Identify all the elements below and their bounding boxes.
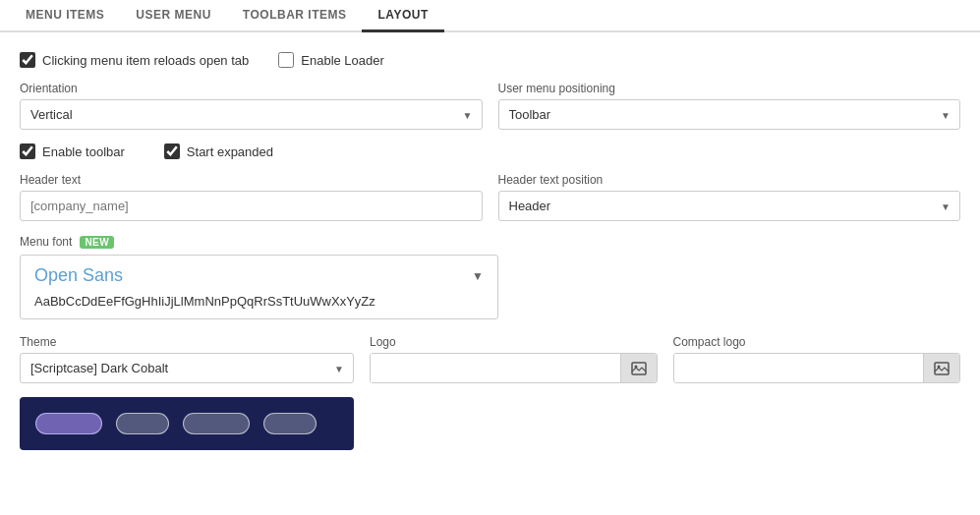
- checkbox-item-toolbar[interactable]: Enable toolbar: [20, 143, 125, 159]
- theme-pill-2: [116, 413, 169, 434]
- header-text-position-group: Header text position Header Toolbar Side…: [498, 173, 961, 221]
- logo-input-wrapper: [370, 353, 658, 383]
- checkbox-item-reloads[interactable]: Clicking menu item reloads open tab: [20, 52, 249, 68]
- user-menu-positioning-select-wrapper[interactable]: Toolbar Sidebar Header ▼: [498, 99, 961, 130]
- row-orientation-usermenu: Orientation Vertical Horizontal ▼ User m…: [20, 82, 960, 130]
- font-selector-top: Open Sans ▼: [34, 265, 484, 286]
- compact-logo-input[interactable]: [674, 354, 924, 382]
- theme-select-wrapper[interactable]: [Scriptcase] Dark Cobalt [Scriptcase] Li…: [20, 353, 354, 383]
- orientation-select-wrapper[interactable]: Vertical Horizontal ▼: [20, 99, 483, 130]
- checkbox-reloads-label: Clicking menu item reloads open tab: [42, 53, 249, 68]
- checkbox-expanded[interactable]: [164, 143, 180, 159]
- compact-image-icon: [934, 362, 950, 375]
- tab-menu-items[interactable]: MENU ITEMS: [10, 0, 120, 32]
- logo-label: Logo: [370, 335, 658, 349]
- menu-font-label-row: Menu font NEW: [20, 235, 960, 249]
- header-text-position-select[interactable]: Header Toolbar Sidebar: [498, 191, 961, 221]
- checkbox-expanded-label: Start expanded: [187, 144, 273, 159]
- checkbox-item-loader[interactable]: Enable Loader: [278, 52, 384, 68]
- orientation-select[interactable]: Vertical Horizontal: [20, 99, 483, 130]
- user-menu-positioning-label: User menu positioning: [498, 82, 961, 95]
- checkbox-loader[interactable]: [278, 52, 294, 68]
- header-text-label: Header text: [20, 173, 483, 187]
- tab-layout[interactable]: LAYOUT: [362, 0, 443, 32]
- user-menu-positioning-group: User menu positioning Toolbar Sidebar He…: [498, 82, 961, 130]
- checkbox-toolbar-label: Enable toolbar: [42, 144, 125, 159]
- tab-toolbar-items[interactable]: TOOLBAR ITEMS: [227, 0, 363, 32]
- orientation-group: Orientation Vertical Horizontal ▼: [20, 82, 483, 130]
- theme-select[interactable]: [Scriptcase] Dark Cobalt [Scriptcase] Li…: [20, 353, 354, 383]
- logo-input[interactable]: [371, 354, 620, 382]
- user-menu-positioning-select[interactable]: Toolbar Sidebar Header: [498, 99, 961, 130]
- font-name: Open Sans: [34, 265, 123, 286]
- logo-upload-button[interactable]: [620, 354, 657, 382]
- row-theme-logo: Theme [Scriptcase] Dark Cobalt [Scriptca…: [20, 335, 960, 383]
- svg-rect-0: [632, 363, 646, 374]
- header-text-input[interactable]: [20, 191, 483, 221]
- new-badge: NEW: [80, 236, 114, 249]
- checkbox-item-expanded[interactable]: Start expanded: [164, 143, 273, 159]
- font-dropdown-arrow[interactable]: ▼: [472, 269, 484, 283]
- layout-content: Clicking menu item reloads open tab Enab…: [0, 32, 980, 470]
- menu-font-label-text: Menu font: [20, 235, 72, 249]
- row-checkboxes-1: Clicking menu item reloads open tab Enab…: [20, 52, 960, 68]
- svg-rect-2: [935, 363, 949, 374]
- font-preview: AaBbCcDdEeFfGgHhIiJjLlMmNnPpQqRrSsTtUuWw…: [34, 294, 484, 309]
- orientation-label: Orientation: [20, 82, 483, 95]
- compact-logo-upload-button[interactable]: [923, 354, 959, 382]
- compact-logo-input-wrapper: [673, 353, 961, 383]
- image-icon: [631, 362, 647, 375]
- theme-preview-bar: [20, 397, 354, 450]
- checkbox-reloads[interactable]: [20, 52, 35, 68]
- header-text-position-label: Header text position: [498, 173, 961, 187]
- theme-pill-3: [183, 413, 250, 434]
- header-text-group: Header text: [20, 173, 483, 221]
- tab-bar: MENU ITEMS USER MENU TOOLBAR ITEMS LAYOU…: [0, 0, 980, 32]
- logo-group: Logo: [370, 335, 658, 383]
- compact-logo-group: Compact logo: [673, 335, 961, 383]
- theme-label: Theme: [20, 335, 354, 349]
- font-selector-box[interactable]: Open Sans ▼ AaBbCcDdEeFfGgHhIiJjLlMmNnPp…: [20, 255, 498, 319]
- checkbox-toolbar[interactable]: [20, 143, 35, 159]
- row-header: Header text Header text position Header …: [20, 173, 960, 221]
- checkbox-loader-label: Enable Loader: [301, 53, 384, 68]
- tab-user-menu[interactable]: USER MENU: [120, 0, 227, 32]
- theme-pill-4: [263, 413, 317, 434]
- row-checkboxes-2: Enable toolbar Start expanded: [20, 143, 960, 159]
- header-text-position-select-wrapper[interactable]: Header Toolbar Sidebar ▼: [498, 191, 961, 221]
- theme-pill-1: [35, 413, 102, 434]
- compact-logo-label: Compact logo: [673, 335, 961, 349]
- theme-group: Theme [Scriptcase] Dark Cobalt [Scriptca…: [20, 335, 354, 383]
